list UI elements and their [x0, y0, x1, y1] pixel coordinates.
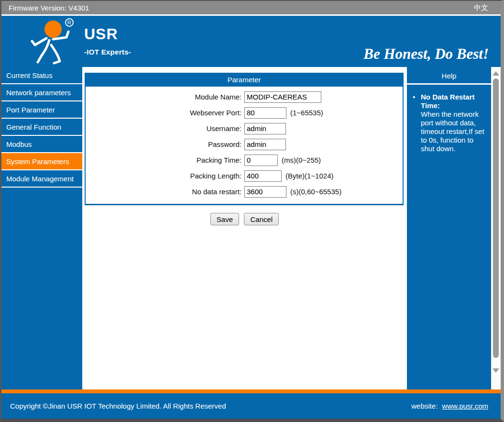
username-label: Username:	[86, 124, 244, 133]
module-name-label: Module Name:	[86, 93, 244, 101]
packing-time-hint: (ms)(0~255)	[282, 156, 321, 164]
top-status-bar: Firmware Version: V4301 中文	[1, 1, 501, 14]
parameter-panel: Parameter Module Name: Webserver Port: (…	[85, 73, 404, 205]
password-label: Password:	[86, 140, 244, 148]
module-name-input[interactable]	[244, 91, 321, 103]
help-entry: • No Data Restart Time: When the network…	[413, 93, 487, 153]
no-data-restart-input[interactable]	[244, 186, 286, 198]
packing-length-input[interactable]	[244, 170, 282, 182]
packing-time-label: Packing Time:	[86, 156, 244, 164]
help-entry-term: No Data Restart Time:	[421, 93, 475, 110]
password-input[interactable]	[244, 139, 286, 150]
usr-logo-icon: R	[25, 17, 79, 66]
help-entry-description: When the network port without data, time…	[421, 110, 484, 153]
content-row: Current Status Network parameters Port P…	[1, 67, 501, 389]
packing-length-hint: (Byte)(1~1024)	[285, 172, 333, 180]
webserver-port-input[interactable]	[244, 107, 286, 119]
cancel-button[interactable]: Cancel	[244, 213, 279, 225]
main-area: Parameter Module Name: Webserver Port: (…	[82, 67, 407, 389]
no-data-restart-label: No data restart:	[86, 188, 244, 196]
webserver-port-hint: (1~65535)	[290, 109, 323, 117]
form-row-packing-time: Packing Time: (ms)(0~255)	[86, 152, 403, 168]
svg-text:R: R	[67, 20, 71, 25]
help-panel-title: Help	[407, 67, 491, 85]
bullet-icon: •	[413, 93, 421, 153]
sidebar-item-general-function[interactable]: General Function	[1, 119, 82, 136]
webserver-port-label: Webserver Port:	[86, 109, 244, 117]
form-actions: Save Cancel	[82, 213, 407, 225]
help-panel: Help • No Data Restart Time: When the ne…	[407, 67, 491, 389]
form-row-no-data-restart: No data restart: (s)(0,60~65535)	[86, 184, 403, 200]
parameter-form: Module Name: Webserver Port: (1~65535) U…	[85, 87, 404, 205]
website-block: website: www.pusr.com	[411, 402, 488, 410]
brand-header: R USR -IOT Experts- Be Honest, Do Best!	[1, 16, 501, 67]
packing-length-label: Packing Length:	[86, 172, 244, 180]
scroll-down-icon[interactable]	[493, 368, 499, 373]
sidebar-item-system-parameters[interactable]: System Parameters	[1, 153, 82, 170]
website-label: website:	[411, 402, 438, 410]
footer: Copyright ©Jinan USR IOT Technology Limi…	[1, 393, 501, 419]
form-row-packing-length: Packing Length: (Byte)(1~1024)	[86, 168, 403, 184]
help-content: • No Data Restart Time: When the network…	[407, 85, 491, 153]
sidebar-item-module-management[interactable]: Module Management	[1, 170, 82, 188]
scroll-up-icon[interactable]	[493, 71, 499, 76]
form-row-password: Password:	[86, 136, 403, 152]
no-data-restart-hint: (s)(0,60~65535)	[290, 188, 341, 196]
vertical-scrollbar[interactable]	[491, 67, 501, 389]
username-input[interactable]	[244, 123, 286, 134]
nav-sidebar: Current Status Network parameters Port P…	[1, 67, 82, 389]
scrollbar-thumb[interactable]	[493, 78, 499, 358]
language-switch-link[interactable]: 中文	[474, 3, 488, 12]
website-link[interactable]: www.pusr.com	[442, 402, 488, 410]
help-entry-text: No Data Restart Time: When the network p…	[421, 93, 487, 153]
app-window: Firmware Version: V4301 中文 R USR -IOT Ex…	[0, 0, 504, 422]
form-row-webserver-port: Webserver Port: (1~65535)	[86, 105, 403, 121]
sidebar-item-modbus[interactable]: Modbus	[1, 136, 82, 153]
form-row-username: Username:	[86, 121, 403, 136]
packing-time-input[interactable]	[244, 155, 278, 166]
save-button[interactable]: Save	[210, 213, 239, 225]
footer-accent-line	[1, 389, 501, 393]
firmware-version-label: Firmware Version: V4301	[9, 4, 89, 12]
sidebar-item-current-status[interactable]: Current Status	[1, 67, 82, 84]
brand-slogan: Be Honest, Do Best!	[363, 45, 489, 63]
sidebar-item-network-parameters[interactable]: Network parameters	[1, 84, 82, 101]
sidebar-item-port-parameter[interactable]: Port Parameter	[1, 101, 82, 119]
parameter-panel-title: Parameter	[85, 73, 404, 87]
brand-tagline: -IOT Experts-	[84, 48, 131, 56]
copyright-text: Copyright ©Jinan USR IOT Technology Limi…	[10, 402, 226, 410]
brand-block: USR -IOT Experts-	[84, 25, 131, 56]
form-row-module-name: Module Name:	[86, 89, 403, 105]
brand-name: USR	[84, 25, 131, 43]
